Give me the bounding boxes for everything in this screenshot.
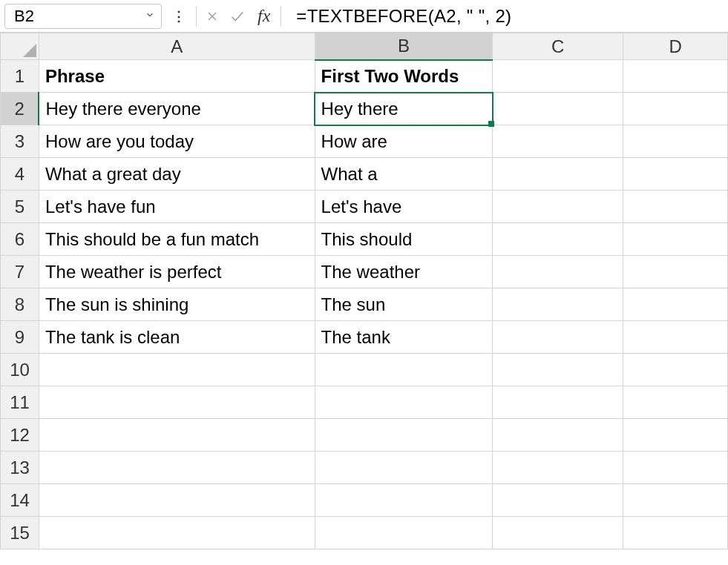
cell-D9[interactable] xyxy=(623,321,728,354)
enter-icon[interactable] xyxy=(228,7,247,26)
cell-B7[interactable]: The weather xyxy=(315,256,493,288)
cell-D1[interactable] xyxy=(623,60,728,93)
cell-A15[interactable] xyxy=(39,517,315,549)
cell-A7[interactable]: The weather is perfect xyxy=(39,256,315,288)
row-header-11[interactable]: 11 xyxy=(1,386,39,419)
row-header-1[interactable]: 1 xyxy=(1,60,39,93)
row-header-8[interactable]: 8 xyxy=(1,288,39,321)
row-header-14[interactable]: 14 xyxy=(1,484,39,517)
cell-C9[interactable] xyxy=(493,321,623,354)
cell-D6[interactable] xyxy=(623,223,728,256)
cell-B6[interactable]: This should xyxy=(315,223,493,256)
name-box[interactable]: B2 xyxy=(4,4,162,29)
formula-input[interactable] xyxy=(287,4,724,28)
select-all-corner[interactable] xyxy=(1,33,39,60)
row-header-13[interactable]: 13 xyxy=(1,452,39,484)
cell-C14[interactable] xyxy=(493,484,623,517)
row-header-9[interactable]: 9 xyxy=(1,321,39,354)
cell-C13[interactable] xyxy=(493,452,623,484)
cell-B4[interactable]: What a xyxy=(315,158,493,191)
cell-A11[interactable] xyxy=(39,386,315,419)
row-header-12[interactable]: 12 xyxy=(1,419,39,452)
cell-A10[interactable] xyxy=(39,354,315,386)
cell-A3[interactable]: How are you today xyxy=(39,125,315,158)
table-row: 10 xyxy=(1,354,728,386)
row-header-5[interactable]: 5 xyxy=(1,191,39,223)
table-row: 2Hey there everyoneHey there xyxy=(1,93,728,125)
cell-B9[interactable]: The tank xyxy=(315,321,493,354)
table-row: 1PhraseFirst Two Words xyxy=(1,60,728,93)
column-header-C[interactable]: C xyxy=(493,33,623,60)
table-row: 6This should be a fun matchThis should xyxy=(1,223,728,256)
row-header-10[interactable]: 10 xyxy=(1,354,39,386)
cell-C6[interactable] xyxy=(493,223,623,256)
row-header-4[interactable]: 4 xyxy=(1,158,39,191)
fx-icon[interactable]: fx xyxy=(253,6,275,26)
cell-D15[interactable] xyxy=(623,517,728,549)
cell-C2[interactable] xyxy=(493,93,623,125)
cell-B8[interactable]: The sun xyxy=(315,288,493,321)
column-header-D[interactable]: D xyxy=(623,33,728,60)
cell-D13[interactable] xyxy=(623,452,728,484)
options-icon[interactable]: ⋮ xyxy=(168,8,190,24)
cell-B5[interactable]: Let's have xyxy=(315,191,493,223)
cell-A9[interactable]: The tank is clean xyxy=(39,321,315,354)
cell-B10[interactable] xyxy=(315,354,493,386)
name-box-value: B2 xyxy=(14,7,34,26)
cell-A12[interactable] xyxy=(39,419,315,452)
column-header-row: ABCD xyxy=(1,33,728,60)
cell-D11[interactable] xyxy=(623,386,728,419)
row-header-7[interactable]: 7 xyxy=(1,256,39,288)
cell-B13[interactable] xyxy=(315,452,493,484)
cell-A1[interactable]: Phrase xyxy=(39,60,315,93)
cell-D10[interactable] xyxy=(623,354,728,386)
table-row: 11 xyxy=(1,386,728,419)
table-row: 13 xyxy=(1,452,728,484)
row-header-2[interactable]: 2 xyxy=(1,93,39,125)
cell-D3[interactable] xyxy=(623,125,728,158)
cell-A14[interactable] xyxy=(39,484,315,517)
cell-D5[interactable] xyxy=(623,191,728,223)
cell-B3[interactable]: How are xyxy=(315,125,493,158)
cell-B2[interactable]: Hey there xyxy=(315,93,493,125)
cell-A4[interactable]: What a great day xyxy=(39,158,315,191)
cell-A2[interactable]: Hey there everyone xyxy=(39,93,315,125)
cell-D14[interactable] xyxy=(623,484,728,517)
cell-C4[interactable] xyxy=(493,158,623,191)
cell-B11[interactable] xyxy=(315,386,493,419)
cell-C11[interactable] xyxy=(493,386,623,419)
cell-C5[interactable] xyxy=(493,191,623,223)
cell-D12[interactable] xyxy=(623,419,728,452)
table-row: 3How are you todayHow are xyxy=(1,125,728,158)
table-row: 7The weather is perfectThe weather xyxy=(1,256,728,288)
cell-A6[interactable]: This should be a fun match xyxy=(39,223,315,256)
cell-C3[interactable] xyxy=(493,125,623,158)
cell-B1[interactable]: First Two Words xyxy=(315,60,493,93)
cell-C7[interactable] xyxy=(493,256,623,288)
cell-D4[interactable] xyxy=(623,158,728,191)
row-header-3[interactable]: 3 xyxy=(1,125,39,158)
row-header-6[interactable]: 6 xyxy=(1,223,39,256)
cell-A8[interactable]: The sun is shining xyxy=(39,288,315,321)
column-header-A[interactable]: A xyxy=(39,33,315,60)
cell-C8[interactable] xyxy=(493,288,623,321)
cell-C10[interactable] xyxy=(493,354,623,386)
cell-B14[interactable] xyxy=(315,484,493,517)
column-header-B[interactable]: B xyxy=(315,33,493,60)
cancel-icon[interactable] xyxy=(203,7,222,26)
cell-D7[interactable] xyxy=(623,256,728,288)
cell-A13[interactable] xyxy=(39,452,315,484)
cell-D8[interactable] xyxy=(623,288,728,321)
cell-C1[interactable] xyxy=(493,60,623,93)
cell-C15[interactable] xyxy=(493,517,623,549)
cell-C12[interactable] xyxy=(493,419,623,452)
table-row: 14 xyxy=(1,484,728,517)
row-header-15[interactable]: 15 xyxy=(1,517,39,549)
chevron-down-icon[interactable] xyxy=(145,10,155,22)
formula-bar: B2 ⋮ fx xyxy=(0,0,728,33)
cell-A5[interactable]: Let's have fun xyxy=(39,191,315,223)
spreadsheet-grid[interactable]: ABCD 1PhraseFirst Two Words2Hey there ev… xyxy=(0,33,728,549)
cell-B12[interactable] xyxy=(315,419,493,452)
cell-B15[interactable] xyxy=(315,517,493,549)
cell-D2[interactable] xyxy=(623,93,728,125)
